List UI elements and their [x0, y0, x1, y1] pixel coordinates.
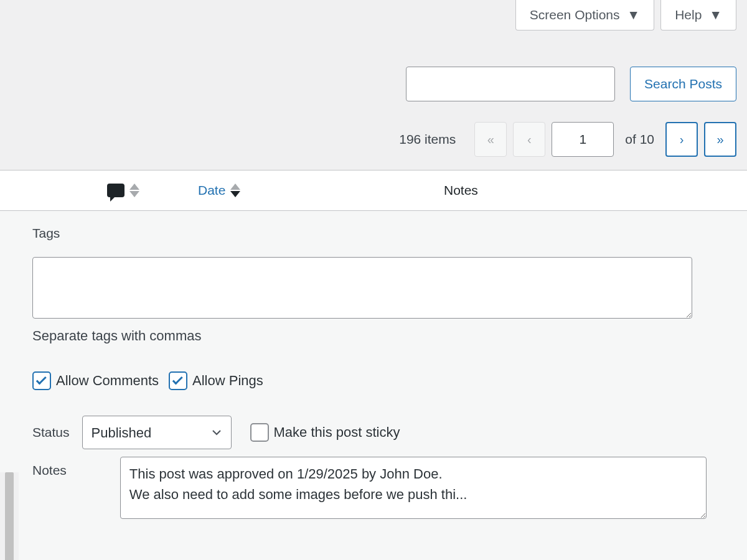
sticky-label: Make this post sticky [274, 424, 400, 441]
list-table-header: Date Notes [0, 170, 747, 211]
help-label: Help [675, 7, 702, 22]
status-select[interactable]: Published [82, 416, 232, 449]
screen-options-toggle[interactable]: Screen Options ▼ [515, 0, 654, 30]
items-count: 196 items [399, 132, 456, 147]
checkbox-checked-icon [32, 371, 51, 390]
page-of-text: of 10 [625, 132, 654, 147]
tags-help-text: Separate tags with commas [32, 328, 201, 344]
column-comments[interactable] [107, 184, 139, 197]
search-input[interactable] [406, 67, 615, 101]
column-date-label: Date [198, 183, 225, 198]
pagination: 196 items « ‹ of 10 › » [399, 122, 736, 157]
allow-comments-toggle[interactable]: Allow Comments [32, 371, 159, 390]
help-toggle[interactable]: Help ▼ [660, 0, 736, 30]
allow-pings-toggle[interactable]: Allow Pings [169, 371, 263, 390]
tags-textarea[interactable] [32, 257, 692, 319]
column-notes: Notes [444, 183, 478, 198]
notes-textarea[interactable]: This post was approved on 1/29/2025 by J… [120, 457, 707, 519]
search-posts-button[interactable]: Search Posts [630, 67, 736, 101]
next-page-button[interactable]: › [665, 122, 698, 157]
screen-options-label: Screen Options [530, 7, 620, 22]
allow-comments-label: Allow Comments [56, 373, 159, 389]
sort-icon [129, 184, 139, 197]
current-page-input[interactable] [552, 122, 614, 157]
notes-row: Notes This post was approved on 1/29/202… [32, 457, 707, 519]
status-select-wrap: Published [82, 416, 232, 449]
prev-page-button: ‹ [513, 122, 545, 157]
column-date[interactable]: Date [198, 183, 240, 198]
comments-icon [107, 184, 125, 197]
tags-label: Tags [32, 226, 60, 241]
search-row: Search Posts [406, 67, 736, 101]
screen-meta-actions: Screen Options ▼ Help ▼ [515, 0, 736, 30]
caret-down-icon: ▼ [627, 7, 640, 22]
notes-label: Notes [32, 457, 67, 478]
sort-icon [230, 184, 240, 197]
caret-down-icon: ▼ [709, 7, 722, 22]
column-notes-label: Notes [444, 183, 478, 197]
status-row: Status Published Make this post sticky [32, 416, 400, 449]
allow-pings-label: Allow Pings [192, 373, 263, 389]
first-page-button: « [474, 122, 507, 157]
checkbox-unchecked-icon [250, 423, 269, 442]
last-page-button[interactable]: » [704, 122, 736, 157]
inline-edit-row: Tags Separate tags with commas Allow Com… [0, 211, 747, 560]
sticky-toggle[interactable]: Make this post sticky [250, 423, 400, 442]
checkbox-checked-icon [169, 371, 187, 390]
status-label: Status [32, 425, 70, 440]
scrollbar-thumb[interactable] [5, 472, 14, 560]
discussion-options: Allow Comments Allow Pings [32, 371, 263, 390]
